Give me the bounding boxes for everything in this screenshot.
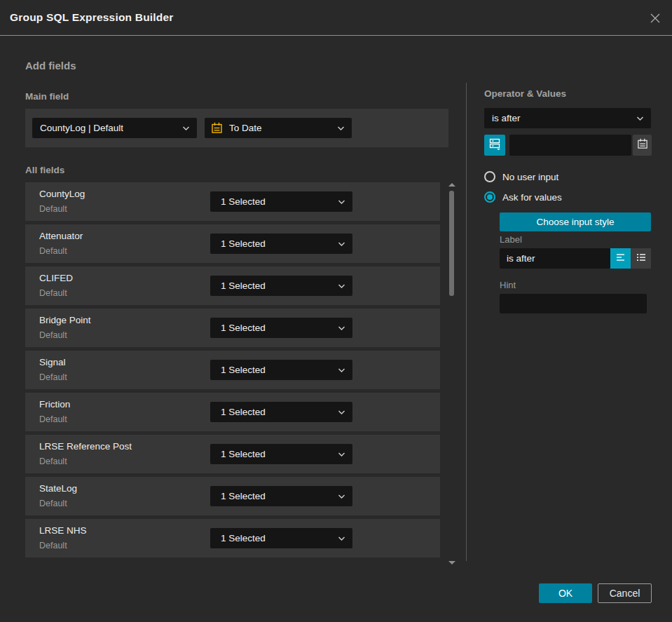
field-selection-dropdown[interactable]: 1 Selected bbox=[210, 276, 352, 296]
field-row: CLIFED Default 1 Selected bbox=[25, 266, 440, 305]
field-sublabel: Default bbox=[39, 499, 67, 508]
field-selection-dropdown[interactable]: 1 Selected bbox=[210, 444, 352, 464]
hint-field-label: Hint bbox=[500, 280, 516, 290]
field-row: Attenuator Default 1 Selected bbox=[25, 224, 440, 263]
field-selection-value: 1 Selected bbox=[210, 449, 266, 459]
field-row: CountyLog Default 1 Selected bbox=[25, 182, 440, 221]
operator-select-value: is after bbox=[484, 113, 521, 123]
dialog-title: Group SQL Expression Builder bbox=[10, 11, 174, 24]
label-input[interactable] bbox=[500, 248, 610, 269]
single-value-style-button[interactable] bbox=[610, 248, 631, 269]
field-sublabel: Default bbox=[39, 288, 67, 298]
list-scrollbar bbox=[448, 181, 456, 567]
field-row: Bridge Point Default 1 Selected bbox=[25, 309, 440, 347]
close-icon[interactable] bbox=[648, 11, 662, 25]
radio-checked-icon bbox=[484, 191, 495, 203]
operator-values-heading: Operator & Values bbox=[484, 88, 566, 99]
chevron-down-icon bbox=[338, 367, 345, 372]
field-row: LRSE Reference Post Default 1 Selected bbox=[25, 435, 440, 473]
field-selection-value: 1 Selected bbox=[210, 196, 266, 207]
list-style-button[interactable] bbox=[631, 248, 651, 269]
main-field-label: Main field bbox=[25, 91, 69, 102]
unique-values-icon bbox=[488, 137, 501, 153]
field-sublabel: Default bbox=[39, 246, 67, 256]
scroll-down-arrow-icon[interactable] bbox=[448, 561, 455, 564]
chevron-down-icon bbox=[338, 199, 345, 204]
field-name: LRSE Reference Post bbox=[39, 441, 132, 452]
chevron-down-icon bbox=[338, 325, 345, 330]
value-input[interactable] bbox=[509, 135, 631, 156]
field-name: CountyLog bbox=[39, 189, 85, 199]
field-row: LRSE NHS Default 1 Selected bbox=[25, 519, 440, 557]
field-sublabel: Default bbox=[39, 414, 67, 424]
ask-for-values-label: Ask for values bbox=[502, 192, 562, 203]
main-field-select-value: CountyLog | Default bbox=[32, 123, 123, 133]
field-name: CLIFED bbox=[39, 273, 73, 283]
hint-input[interactable] bbox=[500, 294, 647, 313]
panel-divider bbox=[466, 83, 467, 561]
set-values-from-data-button[interactable] bbox=[484, 135, 505, 156]
scroll-up-arrow-icon[interactable] bbox=[448, 183, 455, 187]
date-picker-button[interactable] bbox=[633, 135, 652, 156]
field-sublabel: Default bbox=[39, 330, 67, 340]
field-selection-value: 1 Selected bbox=[210, 280, 266, 291]
field-selection-value: 1 Selected bbox=[210, 533, 266, 543]
field-selection-value: 1 Selected bbox=[210, 365, 266, 375]
cancel-button[interactable]: Cancel bbox=[598, 583, 652, 603]
list-icon bbox=[636, 252, 647, 266]
field-row: Friction Default 1 Selected bbox=[25, 393, 440, 431]
chevron-down-icon bbox=[182, 126, 190, 130]
all-fields-list: CountyLog Default 1 Selected Attenuator … bbox=[25, 182, 440, 557]
scrollbar-thumb[interactable] bbox=[449, 191, 454, 296]
field-name: LRSE NHS bbox=[39, 525, 87, 536]
group-sql-expression-builder-dialog: Group SQL Expression Builder Add fields … bbox=[0, 0, 672, 622]
field-sublabel: Default bbox=[39, 372, 67, 382]
all-fields-label: All fields bbox=[25, 165, 64, 175]
input-style-toggle-group bbox=[610, 248, 651, 269]
field-selection-value: 1 Selected bbox=[210, 491, 266, 501]
chevron-down-icon bbox=[338, 410, 345, 414]
operator-select[interactable]: is after bbox=[484, 108, 651, 128]
chevron-down-icon bbox=[338, 241, 345, 246]
field-name: Bridge Point bbox=[39, 315, 91, 325]
field-selection-dropdown[interactable]: 1 Selected bbox=[210, 234, 352, 254]
date-field-select[interactable]: To Date bbox=[205, 118, 352, 138]
choose-input-style-button[interactable]: Choose input style bbox=[500, 212, 651, 231]
date-field-select-value: To Date bbox=[223, 123, 262, 133]
ok-button[interactable]: OK bbox=[539, 583, 592, 603]
field-name: StateLog bbox=[39, 483, 77, 494]
field-sublabel: Default bbox=[39, 541, 67, 550]
calendar-icon bbox=[637, 138, 648, 152]
chevron-down-icon bbox=[338, 452, 345, 457]
field-sublabel: Default bbox=[39, 457, 67, 466]
field-name: Attenuator bbox=[39, 231, 83, 241]
main-field-panel: CountyLog | Default To Date bbox=[25, 109, 448, 147]
field-name: Friction bbox=[39, 399, 70, 410]
align-left-icon bbox=[615, 252, 626, 266]
no-user-input-radio[interactable]: No user input bbox=[484, 171, 558, 182]
field-selection-dropdown[interactable]: 1 Selected bbox=[210, 360, 352, 380]
dialog-titlebar: Group SQL Expression Builder bbox=[0, 0, 672, 36]
ask-for-values-radio[interactable]: Ask for values bbox=[484, 191, 562, 203]
field-row: Signal Default 1 Selected bbox=[25, 351, 440, 389]
field-selection-value: 1 Selected bbox=[210, 323, 266, 333]
field-selection-dropdown[interactable]: 1 Selected bbox=[210, 402, 352, 422]
chevron-down-icon bbox=[337, 126, 345, 130]
field-row: StateLog Default 1 Selected bbox=[25, 477, 440, 515]
chevron-down-icon bbox=[636, 116, 644, 121]
main-field-select[interactable]: CountyLog | Default bbox=[32, 118, 197, 138]
calendar-icon bbox=[211, 122, 223, 134]
field-selection-dropdown[interactable]: 1 Selected bbox=[210, 318, 352, 338]
field-sublabel: Default bbox=[39, 204, 67, 214]
field-selection-dropdown[interactable]: 1 Selected bbox=[210, 528, 352, 548]
field-selection-value: 1 Selected bbox=[210, 238, 266, 249]
chevron-down-icon bbox=[338, 283, 345, 288]
field-name: Signal bbox=[39, 357, 66, 367]
chevron-down-icon bbox=[338, 536, 345, 541]
field-selection-value: 1 Selected bbox=[210, 407, 266, 417]
field-selection-dropdown[interactable]: 1 Selected bbox=[210, 191, 352, 212]
chevron-down-icon bbox=[338, 494, 345, 499]
label-field-label: Label bbox=[500, 234, 522, 245]
field-selection-dropdown[interactable]: 1 Selected bbox=[210, 486, 352, 506]
add-fields-heading: Add fields bbox=[25, 60, 76, 72]
